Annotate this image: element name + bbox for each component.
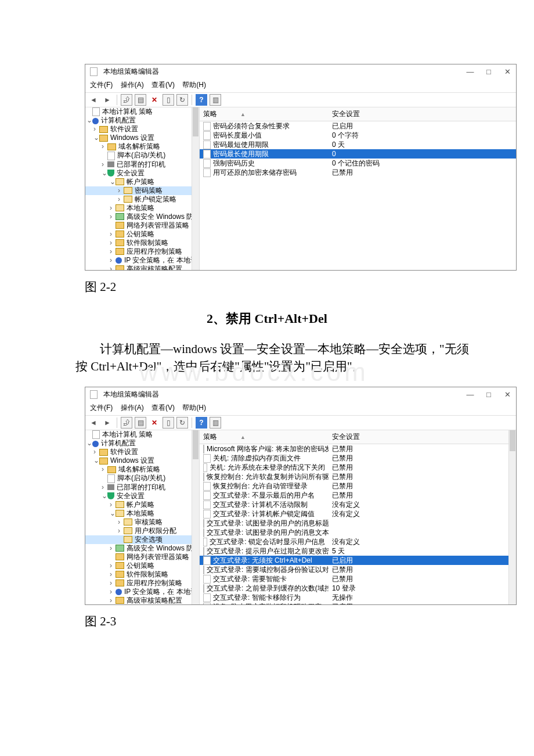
expand-icon[interactable]: › (110, 213, 116, 221)
menu-action[interactable]: 操作(A) (121, 404, 144, 412)
policy-row[interactable]: 交互式登录: 计算机帐户锁定阈值没有定义 (200, 509, 516, 519)
export-icon[interactable]: ▯ (163, 94, 174, 106)
column-setting[interactable]: 安全设置 (332, 110, 360, 118)
show-hide-icon[interactable]: ▥ (210, 94, 221, 106)
tree-item[interactable]: ›IP 安全策略，在 本地计算机 (85, 256, 199, 265)
policy-row[interactable]: 强制密码历史0 个记住的密码 (200, 159, 516, 168)
policy-row[interactable]: 关机: 清除虚拟内存页面文件已禁用 (200, 453, 516, 463)
tree-item[interactable]: 网络列表管理器策略 (85, 221, 199, 230)
tree-item[interactable]: ›域名解析策略 (85, 465, 199, 474)
menu-file[interactable]: 文件(F) (90, 81, 113, 89)
policy-row[interactable]: 设备: 防止用户安装打印机驱动程序已启用 (200, 602, 516, 604)
expand-icon[interactable]: ⌄ (102, 169, 107, 178)
policy-row[interactable]: 交互式登录: 智能卡移除行为无操作 (200, 593, 516, 602)
expand-icon[interactable]: › (93, 125, 99, 134)
tree-item[interactable]: ›审核策略 (85, 518, 199, 527)
maximize-button[interactable]: □ (485, 390, 493, 399)
menu-action[interactable]: 操作(A) (121, 81, 144, 89)
policy-list[interactable]: 策略▲ 安全设置 Microsoft 网络客户端: 将未加密的密码发送到第三方 … (200, 430, 516, 604)
tree-item[interactable]: ⌄计算机配置 (85, 439, 199, 448)
tree-item[interactable]: ⌄计算机配置 (85, 116, 199, 125)
nav-tree[interactable]: 本地计算机 策略⌄计算机配置›软件设置⌄Windows 设置›域名解析策略脚本(… (85, 107, 200, 270)
expand-icon[interactable]: ⌄ (110, 178, 116, 186)
menu-file[interactable]: 文件(F) (90, 404, 113, 412)
expand-icon[interactable]: ⌄ (110, 509, 116, 518)
tree-item[interactable]: ›密码策略 (85, 186, 199, 195)
minimize-button[interactable]: — (466, 67, 474, 76)
refresh-icon[interactable]: ↻ (176, 94, 188, 106)
tree-item[interactable]: ›帐户策略 (85, 501, 199, 509)
expand-icon[interactable]: ⌄ (86, 439, 92, 448)
nav-forward-icon[interactable]: ► (102, 417, 113, 429)
expand-icon[interactable]: › (118, 527, 124, 535)
list-header[interactable]: 策略▲ 安全设置 (200, 107, 516, 121)
expand-icon[interactable]: › (110, 256, 116, 265)
tree-item[interactable]: ›公钥策略 (85, 230, 199, 239)
tree-item[interactable]: ›软件设置 (85, 448, 199, 456)
menu-help[interactable]: 帮助(H) (182, 81, 206, 89)
expand-icon[interactable]: › (110, 247, 116, 256)
tree-item[interactable]: ⌄Windows 设置 (85, 134, 199, 142)
tree-item[interactable]: ›已部署的打印机 (85, 160, 199, 169)
policy-row[interactable]: 交互式登录: 试图登录的用户的消息文本 (200, 528, 516, 537)
tree-item[interactable]: ⌄安全设置 (85, 169, 199, 178)
minimize-button[interactable]: — (466, 390, 474, 399)
tree-item[interactable]: ›软件设置 (85, 125, 199, 134)
policy-row[interactable]: Microsoft 网络客户端: 将未加密的密码发送到第三方 SMB...已禁用 (200, 444, 516, 453)
tree-item[interactable]: ›应用程序控制策略 (85, 579, 199, 588)
tree-scrollbar[interactable] (192, 107, 199, 270)
policy-row[interactable]: 交互式登录: 锁定会话时显示用户信息没有定义 (200, 537, 516, 546)
tree-item[interactable]: ⌄帐户策略 (85, 178, 199, 186)
expand-icon[interactable]: › (102, 142, 107, 151)
tree-item[interactable]: ›软件限制策略 (85, 239, 199, 247)
policy-row[interactable]: 恢复控制台: 允许软盘复制并访问所有驱动器和所有文件夹已禁用 (200, 472, 516, 481)
policy-row[interactable]: 用可还原的加密来储存密码已禁用 (200, 168, 516, 177)
column-setting[interactable]: 安全设置 (332, 433, 360, 441)
tree-item[interactable]: ⌄Windows 设置 (85, 456, 199, 465)
nav-forward-icon[interactable]: ► (102, 94, 113, 106)
up-level-icon[interactable]: ⮵ (121, 94, 132, 106)
expand-icon[interactable]: › (110, 570, 116, 579)
tree-item[interactable]: ›帐户锁定策略 (85, 195, 199, 204)
close-button[interactable]: ✕ (503, 390, 511, 399)
policy-row[interactable]: 交互式登录: 无须按 Ctrl+Alt+Del已启用 (200, 556, 516, 565)
tree-item[interactable]: ›域名解析策略 (85, 142, 199, 151)
expand-icon[interactable]: › (118, 518, 124, 527)
menu-view[interactable]: 查看(V) (151, 81, 175, 89)
delete-icon[interactable]: ✕ (149, 417, 160, 429)
policy-row[interactable]: 交互式登录: 提示用户在过期之前更改密码5 天 (200, 546, 516, 556)
expand-icon[interactable]: › (93, 448, 99, 456)
tree-item[interactable]: ›应用程序控制策略 (85, 247, 199, 256)
tree-item[interactable]: ›公钥策略 (85, 561, 199, 570)
policy-row[interactable]: 交互式登录: 需要智能卡已禁用 (200, 574, 516, 584)
tree-item[interactable]: ›高级安全 Windows 防火墙 (85, 544, 199, 553)
tree-item[interactable]: ›本地策略 (85, 204, 199, 213)
properties-icon[interactable]: ▤ (135, 417, 146, 429)
maximize-button[interactable]: □ (485, 67, 493, 76)
policy-row[interactable]: 交互式登录: 试图登录的用户的消息标题 (200, 519, 516, 528)
policy-row[interactable]: 关机: 允许系统在未登录的情况下关闭已禁用 (200, 463, 516, 472)
list-scrollbar[interactable] (508, 430, 516, 604)
delete-icon[interactable]: ✕ (149, 94, 160, 106)
expand-icon[interactable]: › (110, 544, 116, 553)
close-button[interactable]: ✕ (503, 67, 511, 76)
policy-list[interactable]: 策略▲ 安全设置 密码必须符合复杂性要求已启用密码长度最小值0 个字符密码最短使… (200, 107, 516, 270)
tree-item[interactable]: ›高级审核策略配置 (85, 265, 199, 270)
policy-row[interactable]: 交互式登录: 不显示最后的用户名已禁用 (200, 491, 516, 500)
expand-icon[interactable]: › (110, 265, 116, 270)
tree-item[interactable]: ›高级安全 Windows 防火墙 (85, 213, 199, 221)
export-icon[interactable]: ▯ (163, 417, 174, 429)
expand-icon[interactable]: › (110, 588, 116, 596)
menu-help[interactable]: 帮助(H) (182, 404, 206, 412)
expand-icon[interactable]: › (110, 501, 116, 509)
tree-item[interactable]: ›已部署的打印机 (85, 483, 199, 492)
expand-icon[interactable]: › (110, 596, 116, 604)
tree-scrollbar[interactable] (192, 430, 199, 604)
policy-row[interactable]: 密码长度最小值0 个字符 (200, 131, 516, 140)
tree-item[interactable]: 安全选项 (85, 535, 199, 544)
expand-icon[interactable]: › (110, 204, 116, 213)
tree-item[interactable]: ›软件限制策略 (85, 570, 199, 579)
policy-row[interactable]: 密码最长使用期限0 (200, 149, 516, 159)
policy-row[interactable]: 交互式登录: 计算机不活动限制没有定义 (200, 500, 516, 509)
tree-item[interactable]: ⌄本地策略 (85, 509, 199, 518)
